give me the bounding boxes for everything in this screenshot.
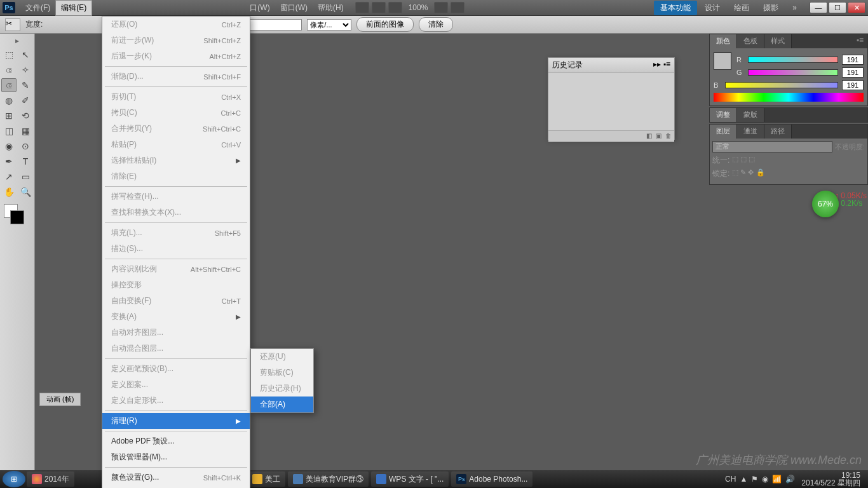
- history-brush-tool[interactable]: ⟲: [18, 109, 33, 123]
- maximize-button[interactable]: ☐: [829, 2, 846, 13]
- menu-item[interactable]: 填充(L)...Shift+F5: [102, 225, 250, 241]
- task-4[interactable]: WPS 文字 - [ "...: [371, 471, 449, 487]
- menu-item[interactable]: 操控变形: [102, 277, 250, 293]
- menu-item[interactable]: 后退一步(K)Alt+Ctrl+Z: [102, 48, 250, 64]
- menu-item[interactable]: 清理(R)▶: [102, 413, 250, 429]
- b-value[interactable]: [842, 80, 864, 90]
- color-swatches[interactable]: [1, 204, 33, 229]
- ime-indicator[interactable]: CH: [725, 475, 736, 484]
- menu-item[interactable]: Adobe PDF 预设...: [102, 433, 250, 449]
- history-tab[interactable]: 历史记录▸▸ ▪≡: [548, 58, 674, 73]
- submenu-item[interactable]: 剪贴板(C): [251, 365, 313, 381]
- menu-hidden1[interactable]: 口(W): [245, 1, 275, 15]
- viewextras-icon[interactable]: [388, 2, 402, 13]
- task-3[interactable]: 美迪教育VIP群③: [288, 471, 369, 487]
- system-tray[interactable]: CH ▲ ⚑ ◉ 📶 🔊 19:152014/5/22 星期四: [720, 471, 865, 487]
- task-2[interactable]: 美工: [247, 471, 285, 487]
- menu-item[interactable]: 前进一步(W)Shift+Ctrl+Z: [102, 32, 250, 48]
- task-5[interactable]: PsAdobe Photosh...: [451, 471, 532, 487]
- delete-state-icon[interactable]: 🗑: [665, 132, 672, 140]
- history-list[interactable]: [548, 73, 674, 130]
- menu-item[interactable]: 自动对齐图层...: [102, 325, 250, 341]
- background-swatch[interactable]: [10, 210, 24, 224]
- pen-tool[interactable]: ✒: [1, 154, 17, 168]
- styles-tab[interactable]: 样式: [764, 34, 792, 48]
- blur-tool[interactable]: ◉: [1, 139, 17, 153]
- color-preview[interactable]: [714, 52, 731, 70]
- menu-item[interactable]: 合并拷贝(Y)Shift+Ctrl+C: [102, 121, 250, 137]
- swatches-tab[interactable]: 色板: [737, 34, 764, 48]
- tray-icon-5[interactable]: 🔊: [785, 475, 795, 484]
- masks-tab[interactable]: 蒙版: [737, 108, 764, 122]
- menu-file[interactable]: 文件(F): [20, 1, 55, 15]
- adjustments-tab[interactable]: 调整: [710, 108, 737, 122]
- bridge-icon[interactable]: [355, 2, 369, 13]
- blend-mode-select[interactable]: 正常: [712, 141, 832, 152]
- arrange-icon[interactable]: [434, 2, 448, 13]
- new-state-icon[interactable]: ▣: [656, 132, 661, 140]
- layers-tab[interactable]: 图层: [710, 125, 737, 139]
- animation-tab[interactable]: 动画 (帧): [39, 393, 81, 406]
- menu-item[interactable]: 预设管理器(M)...: [102, 449, 250, 465]
- move-tool[interactable]: ⬚: [1, 48, 17, 62]
- ws-painting[interactable]: 绘画: [728, 1, 756, 15]
- menu-item[interactable]: 拷贝(C)Ctrl+C: [102, 105, 250, 121]
- close-button[interactable]: ✕: [848, 2, 865, 13]
- minimize-button[interactable]: —: [810, 2, 827, 13]
- ws-more[interactable]: »: [786, 1, 803, 14]
- r-slider[interactable]: [748, 57, 838, 63]
- ws-photo[interactable]: 摄影: [757, 1, 785, 15]
- channels-tab[interactable]: 通道: [737, 125, 764, 139]
- clock[interactable]: 19:152014/5/22 星期四: [801, 471, 860, 487]
- gradient-tool[interactable]: ▦: [18, 124, 33, 138]
- menu-help[interactable]: 帮助(H): [313, 1, 349, 15]
- menu-item[interactable]: 指定配置文件...: [102, 485, 250, 488]
- crop-tool-indicator[interactable]: ✂: [5, 18, 20, 31]
- menu-item[interactable]: 粘贴(P)Ctrl+V: [102, 137, 250, 152]
- path-tool[interactable]: ↗: [1, 170, 17, 184]
- wand-tool[interactable]: ✧: [18, 63, 33, 77]
- panel-menu-icon[interactable]: ▪≡: [853, 34, 867, 48]
- tray-icon-3[interactable]: ◉: [762, 475, 768, 484]
- menu-item[interactable]: 内容识别比例Alt+Shift+Ctrl+C: [102, 261, 250, 277]
- spectrum-bar[interactable]: [714, 93, 864, 102]
- menu-item[interactable]: 剪切(T)Ctrl+X: [102, 89, 250, 105]
- menu-item[interactable]: 清除(E): [102, 168, 250, 184]
- task-1[interactable]: 2014年: [27, 471, 74, 487]
- tray-icon-1[interactable]: ▲: [740, 475, 747, 484]
- menu-item[interactable]: 定义画笔预设(B)...: [102, 361, 250, 377]
- new-snapshot-icon[interactable]: ◧: [646, 132, 652, 140]
- brush-tool[interactable]: ✐: [18, 93, 33, 107]
- hand-tool[interactable]: ✋: [1, 185, 17, 199]
- start-button[interactable]: ⊞: [3, 471, 25, 487]
- menu-item[interactable]: 自动混合图层...: [102, 341, 250, 356]
- shape-tool[interactable]: ▭: [18, 170, 33, 184]
- menu-item[interactable]: 查找和替换文本(X)...: [102, 205, 250, 220]
- type-tool[interactable]: T: [18, 154, 33, 168]
- menu-item[interactable]: 拼写检查(H)...: [102, 189, 250, 205]
- dodge-tool[interactable]: ⊙: [18, 139, 33, 153]
- submenu-item[interactable]: 历史记录(H): [251, 381, 313, 396]
- menu-item[interactable]: 变换(A)▶: [102, 309, 250, 325]
- menu-item[interactable]: 还原(O)Ctrl+Z: [102, 17, 250, 32]
- menu-item[interactable]: 描边(S)...: [102, 241, 250, 257]
- menu-edit[interactable]: 编辑(E): [55, 0, 92, 16]
- menu-item[interactable]: 定义自定形状...: [102, 393, 250, 409]
- ws-essentials[interactable]: 基本功能: [654, 1, 697, 15]
- menu-window[interactable]: 窗口(W): [275, 1, 313, 15]
- minibridge-icon[interactable]: [372, 2, 386, 13]
- zoom-level[interactable]: 100%: [409, 3, 428, 12]
- history-panel[interactable]: 历史记录▸▸ ▪≡ ◧▣🗑: [548, 57, 675, 140]
- eyedropper-tool[interactable]: ✎: [18, 78, 33, 92]
- front-image-button[interactable]: 前面的图像: [356, 17, 414, 32]
- unit-select[interactable]: 像素/...: [307, 19, 351, 30]
- eraser-tool[interactable]: ◫: [1, 124, 17, 138]
- stamp-tool[interactable]: ⊞: [1, 109, 17, 123]
- menu-item[interactable]: 自由变换(F)Ctrl+T: [102, 293, 250, 309]
- menu-item[interactable]: 渐隐(D)...Shift+Ctrl+F: [102, 69, 250, 85]
- menu-item[interactable]: 选择性粘贴(I)▶: [102, 152, 250, 168]
- clear-button[interactable]: 清除: [419, 17, 453, 32]
- b-slider[interactable]: [725, 82, 838, 88]
- tray-icon-2[interactable]: ⚑: [751, 475, 758, 484]
- ws-design[interactable]: 设计: [698, 1, 726, 15]
